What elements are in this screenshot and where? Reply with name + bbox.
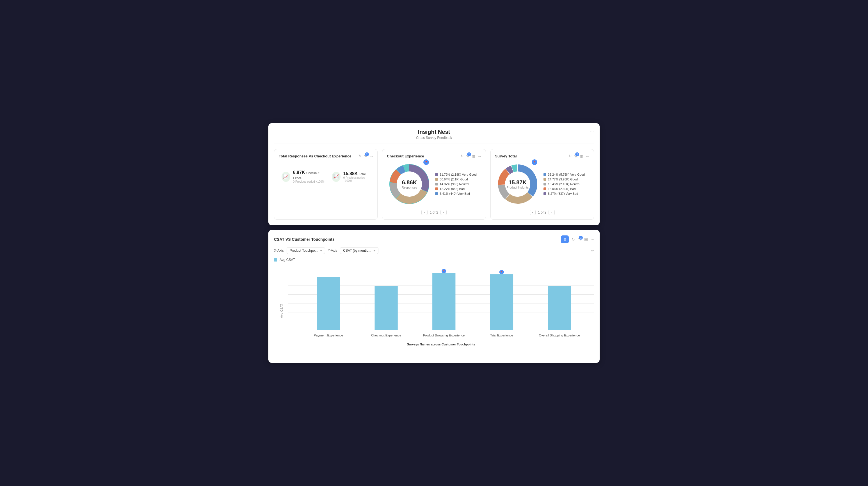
cards-row: Total Responses Vs Checkout Experience ↻… [274, 149, 594, 220]
legend-2: 31.72% (2.18K) Very Good 30.64% (2.1K) G… [435, 173, 481, 195]
legend-dot-3-3 [544, 188, 546, 190]
legend-text-2-2: 14.07% (966) Neutral [440, 183, 469, 186]
menu-icon-bottom[interactable]: ··· [591, 237, 594, 241]
svg-text:Payment Experience: Payment Experience [314, 334, 343, 337]
bottom-panel-header: CSAT VS Customer Touchpoints ⚙ ↻ ⚗ 2 ▦ ·… [274, 235, 594, 243]
top-panel-menu[interactable]: ··· [590, 129, 594, 135]
legend-dot-3-1 [544, 178, 546, 181]
filter-count-bottom: 2 [579, 236, 583, 240]
pagination-2: ‹ 1 of 2 › [387, 210, 481, 215]
bar-trial[interactable] [490, 274, 513, 330]
metric-item-2: 📈 15.88K Total 0 Previous period +100% [332, 171, 370, 183]
refresh-icon-bottom[interactable]: ↻ [571, 237, 575, 241]
next-btn-3[interactable]: › [549, 210, 555, 215]
bar-payment[interactable] [317, 277, 340, 330]
filter-badge-3[interactable]: ⚗ 2 [574, 154, 578, 158]
survey-total-card: Survey Total ↻ ⚗ 2 ▦ ··· 📍 15.87K [490, 149, 594, 220]
legend-text-2-3: 12.27% (842) Bad [440, 187, 465, 191]
card-title-2: Checkout Experience [387, 154, 424, 158]
donut-label-2: Responses [402, 186, 417, 189]
bottom-panel-actions: ⚙ ↻ ⚗ 2 ▦ ··· [561, 235, 594, 243]
prev-btn-2[interactable]: ‹ [422, 210, 428, 215]
prev-btn-3[interactable]: ‹ [530, 210, 536, 215]
chart-icon-bottom[interactable]: ▦ [584, 237, 588, 241]
pagination-3: ‹ 1 of 2 › [495, 210, 589, 215]
legend-dot-2-2 [435, 183, 438, 186]
bar-chart-svg: 0 0.5 1 1.5 2 2.5 3 3.5 Payment Experien… [288, 267, 594, 341]
donut-center-2: 6.86K Responses [402, 179, 417, 189]
metric-value-2: 15.88K Total [343, 171, 370, 176]
y-axis-select[interactable]: CSAT (by mentio... [340, 247, 378, 254]
legend-item-3-3: 15.06% (2.39K) Bad [544, 187, 589, 191]
page-indicator-2: 1 of 2 [430, 210, 438, 215]
legend-item-2-3: 12.27% (842) Bad [435, 187, 481, 191]
legend-dot-3-0 [544, 173, 546, 176]
chart-icon-3[interactable]: ▦ [580, 154, 584, 158]
metrics-container: 📈 6.87K Checkout Exper... 0 Previous per… [279, 162, 373, 192]
donut-wrapper-2: 📍 6.86K Responses [387, 162, 432, 206]
svg-text:📍: 📍 [500, 271, 503, 274]
legend-text-2-4: 6.41% (440) Very Bad [440, 192, 470, 195]
filter-count-1: 2 [365, 152, 369, 156]
filter-badge-bottom[interactable]: ⚗ 2 [578, 237, 581, 241]
legend-dot-2-1 [435, 178, 438, 181]
donut-container-3: 📍 15.87K Product Insights 36.24% (5.75K)… [495, 162, 589, 206]
legend-text-3-0: 36.24% (5.75K) Very Good [548, 173, 585, 176]
x-axis-select[interactable]: Product Touchpo... [287, 247, 325, 254]
next-btn-2[interactable]: › [440, 210, 446, 215]
legend-dot-2-3 [435, 188, 438, 190]
card-header-1: Total Responses Vs Checkout Experience ↻… [279, 154, 373, 158]
bottom-panel: CSAT VS Customer Touchpoints ⚙ ↻ ⚗ 2 ▦ ·… [268, 230, 600, 363]
chart-icon-2[interactable]: ▦ [472, 154, 475, 158]
donut-container-2: 📍 6.86K Responses [387, 162, 481, 206]
refresh-icon-3[interactable]: ↻ [568, 154, 572, 158]
refresh-icon-2[interactable]: ↻ [460, 154, 464, 158]
legend-dot-3-4 [544, 192, 546, 195]
legend-item-2-0: 31.72% (2.18K) Very Good [435, 173, 481, 176]
metric-sub-2: 0 Previous period +100% [343, 176, 370, 183]
metric-value-1: 6.87K Checkout Exper... [293, 170, 325, 180]
filter-badge-1[interactable]: ⚗ 2 [364, 154, 368, 158]
top-panel-header: Insight Nest Cross Survey Feedback ··· [274, 129, 594, 143]
page-indicator-3: 1 of 2 [538, 210, 546, 215]
metric-item-1: 📈 6.87K Checkout Exper... 0 Previous per… [282, 170, 325, 183]
legend-text-3-2: 13.45% (2.13K) Neutral [548, 183, 580, 186]
card-actions-1: ↻ ⚗ 2 ··· [358, 154, 373, 158]
total-responses-card: Total Responses Vs Checkout Experience ↻… [274, 149, 378, 220]
legend-item-2-2: 14.07% (966) Neutral [435, 183, 481, 186]
legend-text-3-4: 5.27% (837) Very Bad [548, 192, 578, 195]
bar-overall[interactable] [548, 286, 571, 330]
avg-csat-legend-label: Avg CSAT [280, 258, 295, 262]
metric-icon-2: 📈 [332, 172, 341, 182]
bar-checkout[interactable] [374, 286, 398, 330]
y-axis-label: Y-Axis [328, 249, 337, 253]
legend-item-3-4: 5.27% (837) Very Bad [544, 192, 589, 195]
edit-icon[interactable]: ✏ [591, 248, 594, 253]
filter-count-3: 2 [575, 152, 579, 156]
legend-item-2-4: 6.41% (440) Very Bad [435, 192, 481, 195]
top-panel: Insight Nest Cross Survey Feedback ··· T… [268, 123, 600, 225]
metric-icon-1: 📈 [282, 172, 290, 182]
svg-text:Overall Shopping Experience: Overall Shopping Experience [539, 334, 580, 337]
legend-text-3-1: 24.77% (3.93K) Good [548, 177, 578, 181]
metric-text-1: 6.87K Checkout Exper... 0 Previous perio… [293, 170, 325, 183]
bar-browsing[interactable] [432, 273, 455, 330]
card-header-3: Survey Total ↻ ⚗ 2 ▦ ··· [495, 154, 589, 158]
x-axis-label: X-Axis [274, 249, 284, 253]
filter-count-2: 2 [467, 152, 471, 156]
legend-text-3-3: 15.06% (2.39K) Bad [548, 187, 576, 191]
refresh-icon-1[interactable]: ↻ [358, 154, 362, 158]
filter-badge-2[interactable]: ⚗ 2 [466, 154, 470, 158]
menu-icon-1[interactable]: ··· [370, 154, 373, 158]
svg-text:Trial Experience: Trial Experience [490, 334, 513, 337]
svg-text:Product Browsing Experience: Product Browsing Experience [423, 334, 465, 337]
metric-sub-1: 0 Previous period +100% [293, 180, 325, 183]
menu-icon-2[interactable]: ··· [478, 154, 481, 158]
legend-item-3-1: 24.77% (3.93K) Good [544, 177, 589, 181]
axis-controls: X-Axis Product Touchpo... Y-Axis CSAT (b… [274, 247, 594, 254]
legend-text-2-1: 30.64% (2.1K) Good [440, 177, 468, 181]
menu-icon-3[interactable]: ··· [586, 154, 589, 158]
y-axis-title: Avg CSAT [280, 304, 283, 318]
legend-3: 36.24% (5.75K) Very Good 24.77% (3.93K) … [544, 173, 589, 195]
settings-icon[interactable]: ⚙ [561, 235, 569, 243]
